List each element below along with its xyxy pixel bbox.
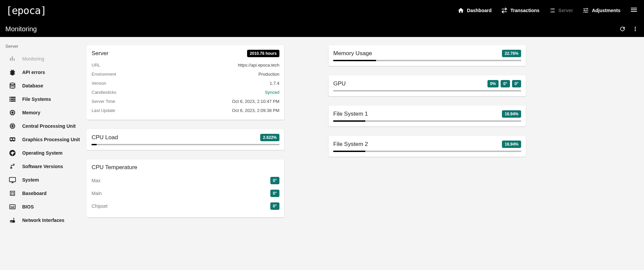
fs1-card[interactable]: File System 1 16.94% bbox=[329, 106, 526, 126]
temp-badge: 0° bbox=[270, 190, 279, 197]
ubuntu-icon bbox=[9, 149, 16, 157]
cpu-icon bbox=[9, 122, 16, 130]
card-title: File System 1 bbox=[333, 111, 368, 117]
sidebar-item-label: Operating System bbox=[22, 150, 63, 156]
sidebar-item-label: Graphics Processing Unit bbox=[22, 137, 80, 142]
fs1-badge: 16.94% bbox=[502, 110, 521, 118]
sidebar-item-label: BIOS bbox=[22, 204, 34, 209]
nav-label: Adjustments bbox=[592, 8, 620, 13]
kv-value: https://api.epoca.tech bbox=[238, 63, 279, 68]
card-title: Memory Usage bbox=[333, 50, 372, 57]
card-title: GPU bbox=[333, 80, 346, 87]
uptime-badge: 2010.76 hours bbox=[247, 50, 279, 57]
kv-key: Max bbox=[92, 178, 100, 183]
sidebar-item-cpu[interactable]: Central Processing Unit bbox=[5, 119, 87, 133]
branch-icon bbox=[9, 163, 16, 170]
kv-value: Oct 6, 2023, 2:09:38 PM bbox=[232, 108, 279, 113]
fs2-card[interactable]: File System 2 16.94% bbox=[329, 136, 526, 157]
sidebar-item-label: Network Interfaces bbox=[22, 218, 64, 223]
nav-server[interactable]: Server bbox=[549, 7, 573, 14]
gpu-progress bbox=[333, 90, 521, 91]
sidebar-item-filesystems[interactable]: File Systems bbox=[5, 92, 87, 106]
memory-badge: 22.76% bbox=[502, 50, 521, 57]
sidebar-item-network[interactable]: Network Interfaces bbox=[5, 214, 87, 227]
database-icon bbox=[9, 82, 16, 89]
kv-value: Oct 6, 2023, 2:10:47 PM bbox=[232, 99, 279, 104]
kv-key: Chipset bbox=[92, 203, 107, 209]
nav-label: Dashboard bbox=[467, 8, 492, 13]
sidebar-item-memory[interactable]: Memory bbox=[5, 106, 87, 119]
tune-icon bbox=[582, 7, 589, 14]
sidebar-item-label: API errors bbox=[22, 70, 45, 75]
progress-fill bbox=[333, 151, 365, 152]
gpu-card[interactable]: GPU 0% 0° 0° bbox=[329, 75, 526, 96]
kv-key: Main bbox=[92, 191, 102, 196]
fs2-badge: 16.94% bbox=[502, 141, 521, 148]
more-vert-icon[interactable] bbox=[632, 26, 639, 32]
nav-label: Transactions bbox=[510, 8, 539, 13]
cpu-load-progress bbox=[92, 144, 279, 145]
kv-value: 1.7.4 bbox=[270, 81, 279, 86]
card-title: File System 2 bbox=[333, 141, 368, 148]
cpu-load-card[interactable]: CPU Load 2.622% bbox=[87, 129, 284, 150]
sidebar-item-system[interactable]: System bbox=[5, 173, 87, 187]
refresh-icon[interactable] bbox=[619, 26, 626, 32]
sidebar-item-monitoring[interactable]: Monitoring bbox=[5, 52, 87, 66]
home-icon bbox=[457, 7, 464, 14]
kv-key: Version bbox=[92, 81, 106, 86]
brand-logo[interactable]: [epoca] bbox=[6, 5, 46, 16]
card-title: CPU Temperature bbox=[92, 164, 137, 171]
fs2-progress bbox=[333, 151, 521, 152]
server-card[interactable]: Server 2010.76 hours URLhttps://api.epoc… bbox=[87, 45, 284, 120]
kv-key: Environment bbox=[92, 72, 116, 77]
kv-key: Last Update bbox=[92, 108, 115, 113]
card-title: Server bbox=[92, 50, 108, 57]
sidebar-item-label: Monitoring bbox=[22, 56, 44, 62]
menu-icon bbox=[630, 6, 638, 14]
storage-icon bbox=[9, 95, 16, 103]
progress-fill bbox=[92, 144, 97, 145]
kv-value: Production bbox=[259, 72, 279, 77]
monitor-icon bbox=[9, 176, 16, 184]
col-left: Server 2010.76 hours URLhttps://api.epoc… bbox=[87, 45, 284, 262]
nav-adjustments[interactable]: Adjustments bbox=[582, 7, 620, 14]
sidebar-item-bios[interactable]: BIOS bbox=[5, 200, 87, 214]
gpu-badge-temp2: 0° bbox=[512, 80, 521, 87]
bar-chart-icon bbox=[9, 55, 16, 63]
router-icon bbox=[9, 217, 16, 224]
menu-button[interactable] bbox=[630, 6, 638, 15]
sidebar-item-label: Software Versions bbox=[22, 164, 63, 169]
sidebar-item-baseboard[interactable]: Baseboard bbox=[5, 187, 87, 200]
sidebar-item-os[interactable]: Operating System bbox=[5, 146, 87, 160]
sidebar-item-gpu[interactable]: Graphics Processing Unit bbox=[5, 133, 87, 146]
top-nav: Dashboard Transactions Server Adjustment… bbox=[457, 6, 638, 15]
progress-fill bbox=[333, 120, 365, 122]
sidebar-item-label: System bbox=[22, 177, 39, 183]
cpu-temp-card[interactable]: CPU Temperature Max0° Main0° Chipset0° bbox=[87, 159, 284, 217]
gpu-icon bbox=[9, 136, 16, 143]
bios-icon bbox=[9, 203, 16, 210]
subheader: Monitoring bbox=[0, 21, 644, 37]
progress-fill bbox=[333, 60, 376, 61]
temp-badge: 0° bbox=[270, 202, 279, 210]
sidebar-item-label: Database bbox=[22, 83, 43, 88]
sidebar-item-software[interactable]: Software Versions bbox=[5, 160, 87, 173]
page-title: Monitoring bbox=[5, 25, 37, 33]
gpu-badge-temp1: 0° bbox=[501, 80, 510, 87]
temp-badge: 0° bbox=[270, 177, 279, 184]
sidebar-item-database[interactable]: Database bbox=[5, 79, 87, 92]
gpu-badges: 0% 0° 0° bbox=[487, 80, 521, 87]
fs1-progress bbox=[333, 120, 521, 122]
server-icon bbox=[549, 7, 556, 14]
sidebar: Server Monitoring API errors Database Fi… bbox=[0, 37, 87, 270]
topbar: [epoca] Dashboard Transactions Server Ad… bbox=[0, 0, 644, 21]
sidebar-item-label: Memory bbox=[22, 110, 40, 115]
swap-icon bbox=[501, 7, 508, 14]
memory-card[interactable]: Memory Usage 22.76% bbox=[329, 45, 526, 66]
nav-transactions[interactable]: Transactions bbox=[501, 7, 539, 14]
sidebar-item-api-errors[interactable]: API errors bbox=[5, 66, 87, 79]
memory-icon bbox=[9, 109, 16, 116]
gpu-badge-load: 0% bbox=[487, 80, 499, 87]
nav-dashboard[interactable]: Dashboard bbox=[457, 7, 492, 14]
kv-value: Synced bbox=[265, 90, 279, 95]
